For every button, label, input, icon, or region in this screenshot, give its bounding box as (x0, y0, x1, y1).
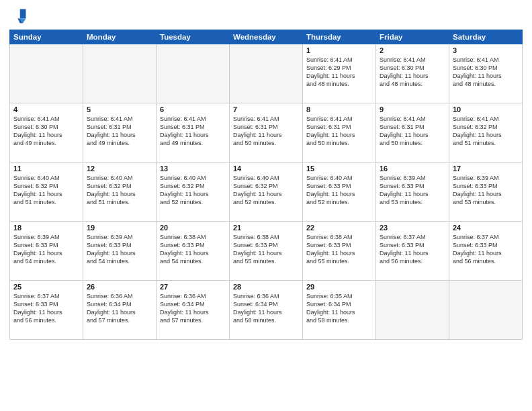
calendar-cell: 10Sunrise: 6:41 AM Sunset: 6:32 PM Dayli… (449, 103, 523, 163)
calendar-cell (157, 44, 230, 103)
header (9, 7, 523, 26)
calendar-cell: 1Sunrise: 6:41 AM Sunset: 6:29 PM Daylig… (303, 44, 376, 103)
calendar-cell: 3Sunrise: 6:41 AM Sunset: 6:30 PM Daylig… (449, 44, 523, 103)
calendar-table: SundayMondayTuesdayWednesdayThursdayFrid… (9, 30, 523, 340)
calendar-week-3: 11Sunrise: 6:40 AM Sunset: 6:32 PM Dayli… (10, 163, 523, 222)
day-info: Sunrise: 6:41 AM Sunset: 6:30 PM Dayligh… (453, 56, 519, 89)
calendar-cell: 29Sunrise: 6:35 AM Sunset: 6:34 PM Dayli… (303, 281, 376, 340)
day-info: Sunrise: 6:37 AM Sunset: 6:33 PM Dayligh… (453, 233, 519, 266)
day-number: 23 (380, 224, 445, 232)
weekday-header-tuesday: Tuesday (157, 30, 230, 44)
calendar-cell (83, 44, 157, 103)
day-number: 16 (380, 165, 445, 173)
calendar-cell: 7Sunrise: 6:41 AM Sunset: 6:31 PM Daylig… (230, 103, 303, 163)
day-number: 11 (13, 165, 79, 173)
day-number: 24 (453, 224, 519, 232)
day-info: Sunrise: 6:36 AM Sunset: 6:34 PM Dayligh… (160, 292, 226, 325)
calendar-week-2: 4Sunrise: 6:41 AM Sunset: 6:30 PM Daylig… (10, 103, 523, 163)
calendar-cell (376, 281, 449, 340)
calendar-cell: 19Sunrise: 6:39 AM Sunset: 6:33 PM Dayli… (83, 222, 157, 281)
day-number: 21 (233, 224, 299, 232)
calendar-cell: 27Sunrise: 6:36 AM Sunset: 6:34 PM Dayli… (157, 281, 230, 340)
calendar-cell (449, 281, 523, 340)
day-info: Sunrise: 6:41 AM Sunset: 6:30 PM Dayligh… (13, 115, 79, 148)
calendar-cell: 26Sunrise: 6:36 AM Sunset: 6:34 PM Dayli… (83, 281, 157, 340)
page: SundayMondayTuesdayWednesdayThursdayFrid… (0, 0, 532, 411)
day-number: 10 (453, 105, 519, 113)
day-info: Sunrise: 6:41 AM Sunset: 6:30 PM Dayligh… (380, 56, 445, 89)
weekday-header-friday: Friday (376, 30, 449, 44)
day-info: Sunrise: 6:39 AM Sunset: 6:33 PM Dayligh… (380, 174, 445, 207)
day-number: 2 (380, 46, 445, 54)
day-number: 3 (453, 46, 519, 54)
day-number: 28 (233, 283, 299, 291)
day-number: 15 (306, 165, 372, 173)
calendar-cell: 25Sunrise: 6:37 AM Sunset: 6:33 PM Dayli… (10, 281, 83, 340)
day-info: Sunrise: 6:39 AM Sunset: 6:33 PM Dayligh… (453, 174, 519, 207)
day-info: Sunrise: 6:37 AM Sunset: 6:33 PM Dayligh… (380, 233, 445, 266)
calendar-cell: 12Sunrise: 6:40 AM Sunset: 6:32 PM Dayli… (83, 163, 157, 222)
day-number: 18 (13, 224, 79, 232)
day-number: 19 (87, 224, 152, 232)
day-number: 20 (160, 224, 226, 232)
calendar-week-5: 25Sunrise: 6:37 AM Sunset: 6:33 PM Dayli… (10, 281, 523, 340)
generalblue-logo-icon (9, 7, 28, 26)
day-info: Sunrise: 6:39 AM Sunset: 6:33 PM Dayligh… (87, 233, 152, 266)
weekday-header-sunday: Sunday (10, 30, 83, 44)
calendar-header-row: SundayMondayTuesdayWednesdayThursdayFrid… (10, 30, 523, 44)
day-info: Sunrise: 6:41 AM Sunset: 6:31 PM Dayligh… (380, 115, 445, 148)
day-info: Sunrise: 6:41 AM Sunset: 6:32 PM Dayligh… (453, 115, 519, 148)
calendar-cell: 23Sunrise: 6:37 AM Sunset: 6:33 PM Dayli… (376, 222, 449, 281)
logo (9, 7, 30, 26)
day-number: 25 (13, 283, 79, 291)
day-number: 7 (233, 105, 299, 113)
calendar-cell: 4Sunrise: 6:41 AM Sunset: 6:30 PM Daylig… (10, 103, 83, 163)
calendar-cell: 18Sunrise: 6:39 AM Sunset: 6:33 PM Dayli… (10, 222, 83, 281)
calendar-week-4: 18Sunrise: 6:39 AM Sunset: 6:33 PM Dayli… (10, 222, 523, 281)
calendar-cell: 15Sunrise: 6:40 AM Sunset: 6:33 PM Dayli… (303, 163, 376, 222)
day-number: 14 (233, 165, 299, 173)
day-info: Sunrise: 6:36 AM Sunset: 6:34 PM Dayligh… (87, 292, 152, 325)
calendar-cell: 22Sunrise: 6:38 AM Sunset: 6:33 PM Dayli… (303, 222, 376, 281)
day-number: 17 (453, 165, 519, 173)
day-number: 13 (160, 165, 226, 173)
calendar-cell: 20Sunrise: 6:38 AM Sunset: 6:33 PM Dayli… (157, 222, 230, 281)
calendar-cell: 17Sunrise: 6:39 AM Sunset: 6:33 PM Dayli… (449, 163, 523, 222)
day-info: Sunrise: 6:39 AM Sunset: 6:33 PM Dayligh… (13, 233, 79, 266)
calendar-cell: 28Sunrise: 6:36 AM Sunset: 6:34 PM Dayli… (230, 281, 303, 340)
calendar-cell: 6Sunrise: 6:41 AM Sunset: 6:31 PM Daylig… (157, 103, 230, 163)
calendar-cell: 13Sunrise: 6:40 AM Sunset: 6:32 PM Dayli… (157, 163, 230, 222)
calendar-cell: 16Sunrise: 6:39 AM Sunset: 6:33 PM Dayli… (376, 163, 449, 222)
calendar-cell: 14Sunrise: 6:40 AM Sunset: 6:32 PM Dayli… (230, 163, 303, 222)
calendar-cell (10, 44, 83, 103)
calendar-cell: 5Sunrise: 6:41 AM Sunset: 6:31 PM Daylig… (83, 103, 157, 163)
calendar-cell: 24Sunrise: 6:37 AM Sunset: 6:33 PM Dayli… (449, 222, 523, 281)
day-number: 9 (380, 105, 445, 113)
day-info: Sunrise: 6:41 AM Sunset: 6:31 PM Dayligh… (306, 115, 372, 148)
day-info: Sunrise: 6:36 AM Sunset: 6:34 PM Dayligh… (233, 292, 299, 325)
day-info: Sunrise: 6:41 AM Sunset: 6:29 PM Dayligh… (306, 56, 372, 89)
day-info: Sunrise: 6:37 AM Sunset: 6:33 PM Dayligh… (13, 292, 79, 325)
calendar-cell: 8Sunrise: 6:41 AM Sunset: 6:31 PM Daylig… (303, 103, 376, 163)
day-info: Sunrise: 6:35 AM Sunset: 6:34 PM Dayligh… (306, 292, 372, 325)
calendar-cell: 11Sunrise: 6:40 AM Sunset: 6:32 PM Dayli… (10, 163, 83, 222)
day-info: Sunrise: 6:40 AM Sunset: 6:32 PM Dayligh… (160, 174, 226, 207)
day-number: 22 (306, 224, 372, 232)
day-number: 8 (306, 105, 372, 113)
day-number: 26 (87, 283, 152, 291)
day-info: Sunrise: 6:40 AM Sunset: 6:32 PM Dayligh… (233, 174, 299, 207)
day-number: 1 (306, 46, 372, 54)
calendar-cell: 9Sunrise: 6:41 AM Sunset: 6:31 PM Daylig… (376, 103, 449, 163)
calendar-week-1: 1Sunrise: 6:41 AM Sunset: 6:29 PM Daylig… (10, 44, 523, 103)
calendar-cell (230, 44, 303, 103)
svg-marker-0 (20, 9, 26, 19)
day-info: Sunrise: 6:41 AM Sunset: 6:31 PM Dayligh… (160, 115, 226, 148)
calendar-cell: 2Sunrise: 6:41 AM Sunset: 6:30 PM Daylig… (376, 44, 449, 103)
day-number: 4 (13, 105, 79, 113)
day-number: 5 (87, 105, 152, 113)
day-info: Sunrise: 6:40 AM Sunset: 6:32 PM Dayligh… (87, 174, 152, 207)
day-info: Sunrise: 6:40 AM Sunset: 6:32 PM Dayligh… (13, 174, 79, 207)
day-info: Sunrise: 6:40 AM Sunset: 6:33 PM Dayligh… (306, 174, 372, 207)
day-number: 27 (160, 283, 226, 291)
calendar-cell: 21Sunrise: 6:38 AM Sunset: 6:33 PM Dayli… (230, 222, 303, 281)
